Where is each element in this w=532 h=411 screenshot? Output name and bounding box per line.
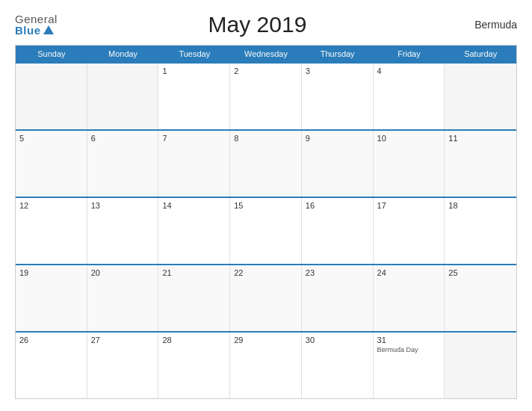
day-cell-27: 27: [87, 333, 159, 398]
day-cell-4: 4: [374, 64, 445, 129]
day-cell-28: 28: [158, 333, 230, 398]
header: General Blue May 2019 Bermuda: [15, 12, 517, 37]
logo-blue-text: Blue: [15, 25, 54, 36]
day-cell-7: 7: [158, 131, 230, 197]
day-cell-11: 11: [445, 131, 516, 197]
day-cell-empty: [16, 64, 87, 129]
header-saturday: Saturday: [445, 46, 516, 62]
day-cell-13: 13: [87, 198, 159, 264]
day-cell-30: 30: [302, 333, 374, 398]
header-thursday: Thursday: [302, 46, 374, 62]
week-row-5: 26 27 28 29 30 31 Bermuda Day: [16, 331, 516, 398]
day-cell-empty: [87, 64, 159, 129]
logo-general-text: General: [15, 13, 58, 25]
week-row-1: 1 2 3 4: [16, 62, 516, 129]
header-tuesday: Tuesday: [158, 46, 230, 62]
calendar-title: May 2019: [58, 12, 457, 37]
day-headers-row: Sunday Monday Tuesday Wednesday Thursday…: [16, 46, 516, 62]
logo-triangle-icon: [43, 25, 54, 34]
page: General Blue May 2019 Bermuda Sunday Mon…: [0, 0, 532, 411]
header-friday: Friday: [374, 46, 445, 62]
calendar: Sunday Monday Tuesday Wednesday Thursday…: [15, 45, 517, 399]
day-cell-14: 14: [158, 198, 230, 264]
day-cell-6: 6: [87, 131, 159, 197]
weeks-container: 1 2 3 4 5 6 7 8 9 10 11 12 13 14 15: [16, 62, 516, 398]
week-row-4: 19 20 21 22 23 24 25: [16, 264, 516, 331]
day-cell-3: 3: [302, 64, 374, 129]
region-label: Bermuda: [457, 19, 517, 31]
logo: General Blue: [15, 13, 58, 36]
day-cell-26: 26: [16, 333, 87, 398]
day-cell-20: 20: [87, 265, 159, 331]
week-row-3: 12 13 14 15 16 17 18: [16, 197, 516, 264]
day-cell-18: 18: [445, 198, 516, 264]
day-cell-24: 24: [374, 265, 445, 331]
week-row-2: 5 6 7 8 9 10 11: [16, 129, 516, 197]
day-cell-empty: [445, 333, 516, 398]
header-monday: Monday: [87, 46, 159, 62]
day-cell-empty: [445, 64, 516, 129]
day-cell-29: 29: [230, 333, 302, 398]
day-cell-19: 19: [16, 265, 87, 331]
day-cell-15: 15: [230, 198, 302, 264]
day-cell-2: 2: [230, 64, 302, 129]
bermuda-day-event: Bermuda Day: [377, 346, 441, 353]
day-cell-5: 5: [16, 131, 87, 197]
day-cell-31: 31 Bermuda Day: [374, 333, 445, 398]
header-wednesday: Wednesday: [230, 46, 302, 62]
day-cell-23: 23: [302, 265, 374, 331]
header-sunday: Sunday: [16, 46, 87, 62]
day-cell-16: 16: [302, 198, 374, 264]
day-cell-12: 12: [16, 198, 87, 264]
day-cell-1: 1: [158, 64, 230, 129]
day-cell-25: 25: [445, 265, 516, 331]
day-cell-22: 22: [230, 265, 302, 331]
day-cell-8: 8: [230, 131, 302, 197]
day-cell-10: 10: [374, 131, 445, 197]
day-cell-21: 21: [158, 265, 230, 331]
day-cell-9: 9: [302, 131, 374, 197]
day-cell-17: 17: [374, 198, 445, 264]
